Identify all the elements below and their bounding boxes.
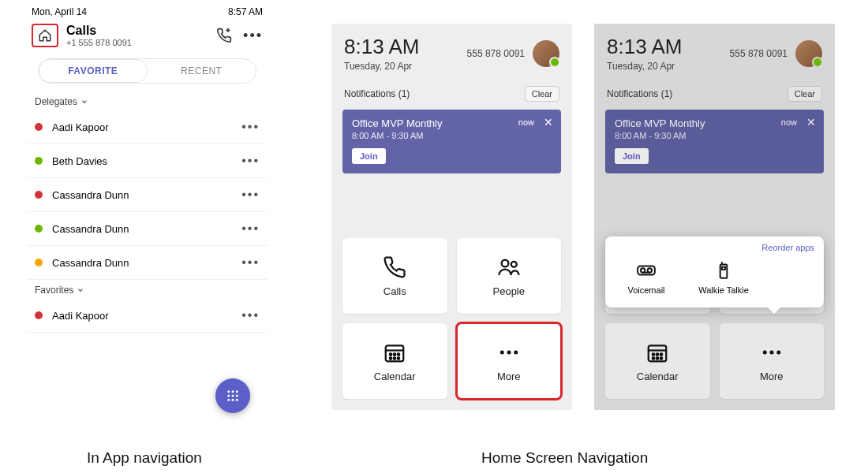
app-grid: Calls People Calendar More	[342, 238, 561, 399]
status-time: 8:57 AM	[228, 6, 263, 17]
section-favorites[interactable]: Favorites	[27, 280, 268, 299]
section-delegates-label: Delegates	[35, 96, 77, 107]
row-overflow-icon[interactable]: •••	[241, 255, 260, 270]
meeting-card[interactable]: Office MVP Monthly 8:00 AM - 9:30 AM now…	[342, 110, 561, 173]
caption-right: Home Screen Navigation	[481, 449, 648, 467]
svg-point-9	[501, 259, 508, 266]
popup-item-walkie-talkie[interactable]: Walkie Talkie	[698, 260, 749, 295]
presence-busy-icon	[35, 311, 43, 319]
svg-point-24	[653, 353, 655, 356]
phone-icon	[383, 255, 406, 279]
meeting-now-badge: now	[781, 117, 797, 127]
avatar[interactable]	[533, 40, 559, 67]
tile-label: Calls	[383, 285, 406, 297]
svg-point-29	[660, 357, 663, 359]
tab-recent[interactable]: RECENT	[148, 59, 256, 83]
contact-row[interactable]: Cassandra Dunn•••	[27, 246, 268, 280]
svg-point-7	[232, 399, 234, 401]
notifications-label: Notifications (1)	[344, 88, 410, 99]
home-header: 8:13 AM Tuesday, 20 Apr 555 878 0091	[594, 24, 835, 76]
contact-row[interactable]: Beth Davies•••	[27, 144, 268, 178]
svg-point-32	[776, 350, 780, 354]
svg-rect-37	[722, 267, 725, 270]
contact-row[interactable]: Aadi Kapoor•••	[27, 299, 268, 333]
row-overflow-icon[interactable]: •••	[241, 120, 260, 134]
meeting-now-badge: now	[518, 117, 534, 127]
add-call-icon[interactable]	[216, 28, 232, 43]
row-overflow-icon[interactable]: •••	[241, 154, 260, 168]
svg-point-28	[657, 357, 659, 359]
row-overflow-icon[interactable]: •••	[241, 222, 260, 236]
chevron-down-icon	[77, 286, 84, 294]
join-button[interactable]: Join	[615, 148, 649, 164]
svg-point-31	[769, 350, 773, 354]
calendar-icon	[645, 341, 669, 364]
svg-point-17	[398, 357, 400, 359]
page-subtitle: +1 555 878 0091	[66, 38, 216, 47]
chevron-down-icon	[80, 98, 88, 106]
notifications-label: Notifications (1)	[607, 88, 672, 99]
close-icon[interactable]: ✕	[544, 116, 553, 128]
overflow-icon[interactable]: •••	[243, 28, 263, 44]
svg-point-14	[398, 353, 400, 356]
phone-number: 555 878 0091	[467, 48, 525, 59]
svg-point-30	[763, 350, 767, 354]
clock: 8:13 AM	[344, 35, 419, 59]
voicemail-icon	[636, 260, 657, 281]
contact-row[interactable]: Aadi Kapoor•••	[27, 110, 268, 144]
row-overflow-icon[interactable]: •••	[241, 188, 260, 202]
tile-label: More	[760, 371, 784, 382]
contact-name: Cassandra Dunn	[52, 189, 129, 201]
row-overflow-icon[interactable]: •••	[241, 308, 260, 322]
svg-point-12	[390, 353, 392, 356]
home-panel: 8:13 AM Tuesday, 20 Apr 555 878 0091 Not…	[331, 24, 572, 410]
tile-more[interactable]: More	[720, 323, 825, 399]
phone-number: 555 878 0091	[730, 48, 788, 59]
reorder-apps-link[interactable]: Reorder apps	[761, 243, 814, 252]
presence-available-icon	[35, 225, 43, 233]
contact-name: Aadi Kapoor	[52, 310, 109, 322]
presence-busy-icon	[35, 123, 43, 131]
svg-point-27	[653, 357, 655, 359]
meeting-card[interactable]: Office MVP Monthly 8:00 AM - 9:30 AM now…	[605, 110, 824, 173]
clear-button[interactable]: Clear	[525, 86, 559, 102]
dialpad-fab[interactable]	[215, 378, 250, 413]
tile-calendar[interactable]: Calendar	[342, 323, 447, 399]
svg-point-26	[660, 353, 663, 356]
svg-point-0	[227, 390, 230, 393]
section-delegates[interactable]: Delegates	[27, 91, 268, 110]
meeting-time: 8:00 AM - 9:30 AM	[615, 131, 814, 140]
tile-calendar[interactable]: Calendar	[605, 323, 710, 399]
svg-point-5	[236, 395, 238, 397]
home-icon	[38, 28, 52, 43]
contact-name: Cassandra Dunn	[52, 223, 129, 235]
svg-point-6	[227, 399, 230, 401]
svg-point-18	[500, 350, 504, 354]
home-button[interactable]	[32, 24, 58, 47]
app-header: Calls +1 555 878 0091 •••	[27, 20, 268, 52]
avatar[interactable]	[795, 40, 822, 67]
join-button[interactable]: Join	[352, 148, 386, 164]
svg-point-4	[232, 395, 234, 397]
section-favorites-label: Favorites	[35, 285, 73, 296]
close-icon[interactable]: ✕	[806, 116, 816, 128]
tile-more[interactable]: More	[457, 323, 562, 399]
calendar-icon	[383, 341, 406, 364]
contact-row[interactable]: Cassandra Dunn•••	[27, 212, 268, 246]
home-header: 8:13 AM Tuesday, 20 Apr 555 878 0091	[331, 24, 572, 76]
tile-calls[interactable]: Calls	[342, 238, 447, 314]
clear-button[interactable]: Clear	[788, 86, 822, 102]
page-title: Calls	[66, 24, 216, 38]
tile-label: Calendar	[374, 371, 416, 382]
contact-row[interactable]: Cassandra Dunn•••	[27, 178, 268, 212]
svg-point-13	[394, 353, 396, 356]
walkie-talkie-icon	[713, 260, 734, 281]
popup-item-voicemail[interactable]: Voicemail	[621, 260, 672, 295]
tile-label: Calendar	[637, 371, 679, 382]
popup-item-label: Voicemail	[627, 285, 664, 295]
tile-people[interactable]: People	[457, 238, 562, 314]
tabs: FAVORITE RECENT	[38, 58, 256, 84]
contact-name: Cassandra Dunn	[52, 257, 129, 269]
tab-favorite[interactable]: FAVORITE	[39, 59, 148, 83]
date: Tuesday, 20 Apr	[344, 61, 419, 72]
